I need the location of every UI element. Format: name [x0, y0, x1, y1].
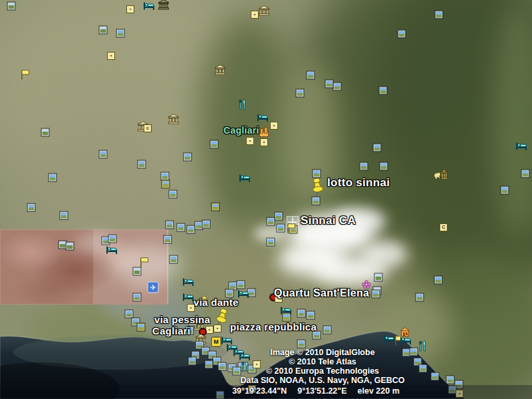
placemark-label[interactable]: piazza repubblica — [230, 321, 317, 332]
attribution-line: © 2010 Europa Technologies — [226, 366, 419, 376]
labels-layer: Cagliarilotto sinnaiSinnai CAQuartu Sant… — [0, 0, 532, 399]
longitude-readout: 9°13'51.22"E — [297, 386, 346, 396]
status-bar: 39°19'23.44"N 9°13'51.22"E elev 220 m — [213, 386, 419, 396]
placemark-label[interactable]: Sinnai CA — [301, 214, 356, 227]
google-earth-viewport[interactable]: ▪▪▪c▪▪▪C✈▪▪▪▪M▪▪▪ Cagliarilotto sinnaiSi… — [0, 0, 532, 399]
placemark-label[interactable]: via dante — [194, 297, 239, 308]
placemark-label[interactable]: via pessina — [154, 314, 210, 325]
attribution-line: Image © 2010 DigitalGlobe — [226, 348, 419, 357]
attribution-line: Data SIO, NOAA, U.S. Navy, NGA, GEBCO — [226, 376, 419, 385]
placemark-label[interactable]: Quartu Sant'Elena — [274, 287, 369, 299]
placemark-label[interactable]: Cagliari — [223, 125, 259, 136]
placemark-label[interactable]: Cagliari — [152, 325, 190, 336]
elevation-readout: elev 220 m — [358, 386, 400, 396]
placemark-label[interactable]: lotto sinnai — [327, 176, 390, 190]
latitude-readout: 39°19'23.44"N — [232, 386, 287, 396]
map-attribution: Image © 2010 DigitalGlobe © 2010 Tele At… — [226, 348, 419, 385]
attribution-line: © 2010 Tele Atlas — [226, 357, 419, 366]
